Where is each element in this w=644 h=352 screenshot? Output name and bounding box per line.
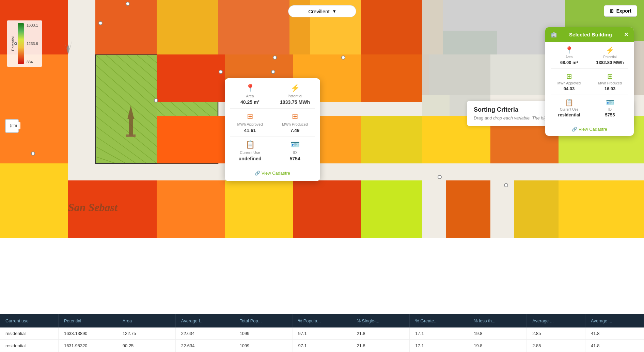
selected-building-panel: 🏢 Selected Building ✕ 📍 Area 68.00 m² ⚡ … [545, 27, 634, 136]
svg-rect-71 [429, 54, 490, 95]
td-total-pop-1: 1099 [234, 327, 293, 339]
svg-rect-45 [361, 0, 429, 54]
panel-area-item: 📍 Area 68.00 m² [551, 46, 587, 65]
th-area: Area [117, 314, 176, 327]
td-current-use-1: residential [0, 327, 59, 339]
panel-current-use-item: 📋 Current Use residential [551, 98, 587, 117]
svg-point-80 [219, 70, 222, 74]
popup-current-use-value: undefined [239, 156, 262, 161]
building-use-icon: 📋 [246, 140, 255, 149]
panel-building-use-icon: 📋 [565, 98, 574, 107]
city-dropdown[interactable]: Crevillent ▾ [288, 5, 356, 17]
td-single-1: 21.8 [351, 327, 410, 339]
th-greate: % Greate... [410, 314, 468, 327]
panel-mwh-produced-label: MWh Produced [598, 81, 622, 85]
svg-point-86 [504, 183, 508, 187]
popup-potential-item: ⚡ Potential 1033.75 MWh [275, 84, 315, 105]
export-button[interactable]: ⊞ Export [604, 5, 637, 17]
svg-rect-61 [157, 180, 225, 238]
td-avg-i-1: 22.634 [176, 327, 234, 339]
panel-id-item: 🪪 ID 5755 [592, 98, 628, 117]
th-potential: Potential [59, 314, 117, 327]
td-greate-2: 17.1 [410, 340, 468, 352]
popup-id-label: ID [293, 150, 297, 155]
panel-id-icon: 🪪 [606, 98, 614, 107]
popup-current-use-item: 📋 Current Use undefined [230, 140, 270, 161]
id-icon: 🪪 [290, 140, 300, 149]
panel-title: Selected Building [569, 32, 612, 37]
td-avg-2-1: 41.8 [585, 327, 644, 339]
svg-point-83 [154, 99, 158, 102]
td-greate-1: 17.1 [410, 327, 468, 339]
panel-id-label: ID [608, 108, 612, 111]
export-label: Export [616, 8, 631, 14]
svg-marker-11 [422, 180, 446, 238]
legend-mid-value: 1233.6 [27, 42, 38, 46]
table-row[interactable]: residential 1633.13890 122.75 22.634 109… [0, 327, 644, 340]
panel-area-value: 68.00 m² [560, 60, 578, 65]
panel-mwh-approved-label: MWh Approved [557, 81, 581, 85]
panel-view-cadastre-link[interactable]: 🔗 View Cadastre [551, 125, 628, 132]
td-single-2: 21.8 [351, 340, 410, 352]
popup-current-use-label: Current Use [240, 150, 260, 155]
lightning-icon: ⚡ [290, 84, 300, 93]
svg-point-76 [126, 2, 129, 5]
panel-current-use-value: residential [558, 112, 580, 117]
th-current-use: Current use [0, 314, 59, 327]
main-building-popup: 📍 Area 40.25 m² ⚡ Potential 1033.75 MWh … [225, 78, 320, 181]
popup-mwh-approved-value: 41.61 [244, 128, 256, 133]
panel-mwh-approved-value: 94.03 [564, 86, 575, 91]
panel-solar-produced-icon: ⊞ [607, 72, 613, 80]
td-current-use-2: residential [0, 340, 59, 352]
svg-marker-3 [0, 163, 644, 180]
panel-mwh-produced-item: ⊞ MWh Produced 16.93 [592, 72, 628, 91]
popup-potential-label: Potential [288, 94, 302, 98]
svg-rect-59 [361, 54, 422, 102]
svg-rect-73 [422, 95, 450, 116]
export-icon: ⊞ [610, 8, 614, 14]
svg-rect-49 [157, 116, 225, 163]
popup-mwh-approved-item: ⊞ MWh Approved 41.61 [230, 112, 270, 133]
svg-point-85 [438, 175, 441, 179]
popup-id-value: 5754 [289, 156, 300, 161]
svg-rect-63 [293, 180, 361, 238]
th-popula: % Popula... [293, 314, 351, 327]
td-potential-2: 1631.95320 [59, 340, 117, 352]
popup-view-cadastre-link[interactable]: 🔗 View Cadastre [230, 169, 315, 176]
svg-point-77 [99, 21, 102, 25]
td-avg-2-2: 41.8 [585, 340, 644, 352]
svg-rect-62 [225, 180, 293, 238]
th-average-1: Average ... [527, 314, 585, 327]
popup-area-value: 40.25 m² [240, 99, 260, 105]
svg-text:San Sebast: San Sebast [68, 201, 118, 213]
legend-color-bar [18, 23, 24, 64]
td-avg-1-2: 2.85 [527, 340, 585, 352]
td-popula-1: 97.1 [293, 327, 351, 339]
popup-mwh-produced-value: 7.49 [290, 128, 299, 133]
scale-bar: 5 m [7, 122, 20, 129]
svg-marker-12 [490, 180, 514, 238]
panel-potential-item: ⚡ Potential 1382.80 MWh [592, 46, 628, 65]
popup-id-item: 🪪 ID 5754 [275, 140, 315, 161]
th-average-2: Average ... [585, 314, 644, 327]
svg-rect-52 [361, 116, 422, 163]
svg-rect-64 [361, 180, 422, 238]
close-panel-button[interactable]: ✕ [624, 31, 628, 38]
legend-values: 1633.1 1233.6 834 [27, 23, 38, 64]
location-icon: 📍 [246, 84, 255, 93]
panel-mwh-produced-value: 16.93 [604, 86, 616, 91]
svg-rect-90 [126, 134, 136, 137]
table-row[interactable]: residential 1631.95320 90.25 22.634 1099… [0, 340, 644, 352]
td-less-th-1: 19.8 [468, 327, 527, 339]
map-container[interactable]: San Sebast ⊡ Crevillent ▾ ⊞ Export P [0, 0, 644, 238]
svg-rect-37 [0, 54, 68, 163]
svg-rect-88 [129, 119, 133, 136]
svg-point-78 [273, 56, 277, 59]
building-icon: 🏢 [551, 32, 557, 38]
svg-point-82 [31, 152, 35, 155]
dropdown-arrow-icon: ▾ [333, 8, 336, 14]
data-table: Current use Potential Area Average I... … [0, 314, 644, 352]
popup-mwh-approved-label: MWh Approved [237, 122, 263, 126]
th-total-pop: Total Pop... [234, 314, 293, 327]
panel-potential-label: Potential [603, 55, 617, 59]
